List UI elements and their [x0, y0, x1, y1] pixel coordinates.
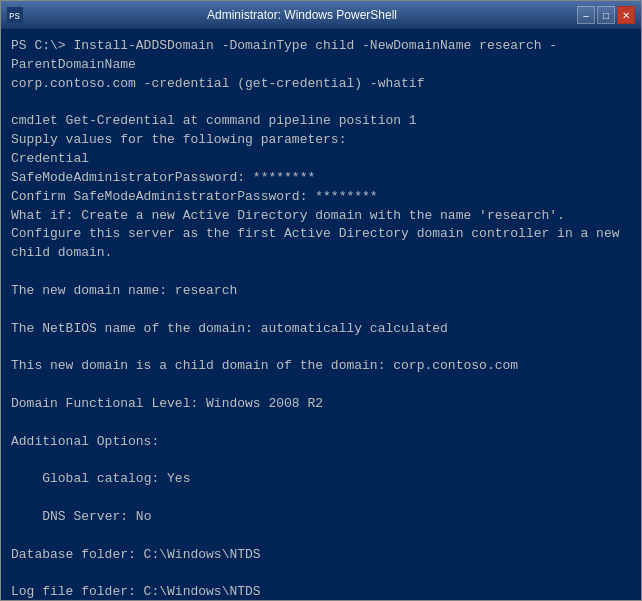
window-controls: – □ ✕ — [577, 6, 635, 24]
window-icon: PS — [7, 7, 23, 23]
title-bar: PS Administrator: Windows PowerShell – □… — [1, 1, 641, 29]
minimize-button[interactable]: – — [577, 6, 595, 24]
restore-button[interactable]: □ — [597, 6, 615, 24]
window-title: Administrator: Windows PowerShell — [27, 8, 577, 22]
terminal-content[interactable]: PS C:\> Install-ADDSDomain -DomainType c… — [1, 29, 641, 600]
terminal-text: PS C:\> Install-ADDSDomain -DomainType c… — [11, 37, 631, 600]
svg-text:PS: PS — [9, 12, 20, 22]
powershell-window: PS Administrator: Windows PowerShell – □… — [0, 0, 642, 601]
close-button[interactable]: ✕ — [617, 6, 635, 24]
